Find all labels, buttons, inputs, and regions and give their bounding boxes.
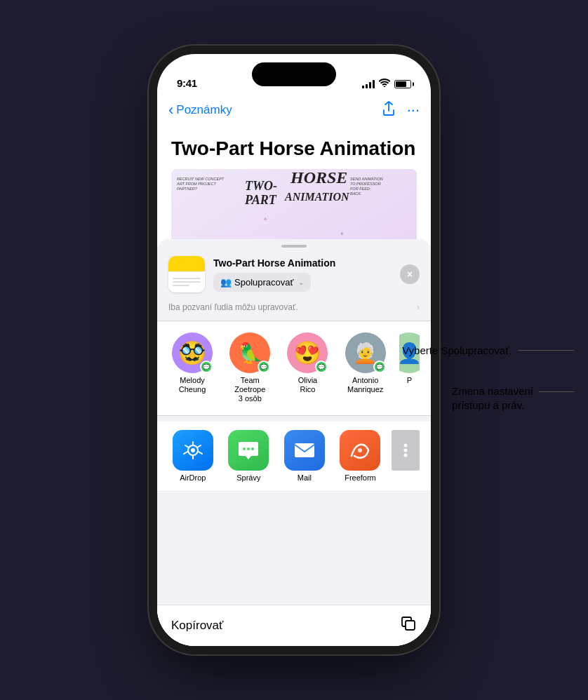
airdrop-label: AirDrop <box>180 473 206 482</box>
app-mail[interactable]: Mail <box>280 430 329 482</box>
freeform-icon <box>340 430 380 471</box>
phone-frame: 9:41 ‹ Poznámky <box>157 54 431 646</box>
melody-name: Melody Cheung <box>179 376 206 394</box>
close-icon: × <box>407 269 413 280</box>
svg-text:HORSE: HORSE <box>290 169 347 187</box>
nav-back[interactable]: ‹ Poznámky <box>168 101 232 119</box>
freeform-label: Freeform <box>345 473 376 482</box>
note-title: Two-Part Horse Animation <box>171 137 417 161</box>
svg-text:RECRUIT NEW CONCEPT: RECRUIT NEW CONCEPT <box>177 177 225 181</box>
svg-text:SEND ANIMATION: SEND ANIMATION <box>350 177 383 181</box>
team-name: Team Zoetrope 3 osôb <box>226 376 274 404</box>
svg-text:PART: PART <box>244 193 277 207</box>
antonio-name: Antonio Manriquez <box>347 376 383 394</box>
copy-label: Kopírovať <box>171 619 223 633</box>
app-airdrop[interactable]: AirDrop <box>168 430 218 482</box>
svg-text:✦: ✦ <box>262 215 268 223</box>
access-note[interactable]: Iba pozvaní ľudia môžu upravovať. › <box>157 299 431 321</box>
callout-1-line <box>518 350 574 351</box>
person-avatar-wrap: 🧑‍🦳 💬 <box>345 332 386 373</box>
copy-section[interactable]: Kopírovať <box>157 605 431 646</box>
svg-text:✦: ✦ <box>340 231 345 237</box>
nav-bar: ‹ Poznámky ··· <box>157 95 431 126</box>
p-name: P <box>407 376 412 385</box>
olivia-name: Olivia Rico <box>298 376 318 394</box>
person-avatar-wrap: 😍 💬 <box>287 332 328 373</box>
share-doc-title: Two-Part Horse Animation <box>213 257 392 269</box>
status-time: 9:41 <box>177 77 197 89</box>
svg-text:ART FROM PROJECT: ART FROM PROJECT <box>176 182 216 186</box>
svg-text:FOR FEED-: FOR FEED- <box>350 187 371 191</box>
app-more[interactable] <box>392 430 420 482</box>
svg-point-56 <box>251 447 254 450</box>
callout-2-text: Zmena nastavení prístupu a práv. <box>452 384 533 412</box>
svg-rect-57 <box>295 443 314 457</box>
messages-icon <box>228 430 269 471</box>
messages-badge: 💬 <box>200 361 213 373</box>
status-icons <box>362 79 411 89</box>
people-row: 🥸 💬 Melody Cheung 🦜 💬 Team Zoetrope 3 os… <box>168 332 420 404</box>
more-apps-icon <box>392 430 420 471</box>
messages-label: Správy <box>236 473 260 482</box>
share-title-area: Two-Part Horse Animation 👥 Spolupracovať… <box>213 257 392 292</box>
svg-text:BACK.: BACK. <box>350 191 362 196</box>
person-avatar-wrap: 🦜 💬 <box>229 332 270 373</box>
wifi-icon <box>379 79 390 89</box>
airdrop-icon <box>173 430 213 471</box>
people-icon: 👥 <box>220 277 232 288</box>
notes-app-icon <box>168 256 205 292</box>
share-header: Two-Part Horse Animation 👥 Spolupracovať… <box>157 248 431 299</box>
dynamic-island <box>252 62 336 86</box>
svg-text:TWO-: TWO- <box>245 179 277 193</box>
svg-rect-62 <box>406 621 415 630</box>
collaborate-dropdown[interactable]: 👥 Spolupracovať ⌄ <box>213 273 311 292</box>
nav-back-label[interactable]: Poznámky <box>176 103 232 117</box>
messages-badge-2: 💬 <box>258 361 270 373</box>
p-avatar: 👤 <box>399 332 420 373</box>
callout-2-line <box>539 391 574 392</box>
mail-icon <box>284 430 325 471</box>
svg-point-59 <box>404 443 408 447</box>
person-p[interactable]: 👤 P <box>399 332 420 404</box>
svg-point-53 <box>191 448 195 452</box>
person-avatar-wrap: 👤 <box>399 332 420 373</box>
svg-point-55 <box>247 447 250 450</box>
svg-text:ANIMATION: ANIMATION <box>284 191 350 203</box>
person-avatar-wrap: 🥸 💬 <box>172 332 213 373</box>
divider-2 <box>157 415 431 416</box>
people-section: 🥸 💬 Melody Cheung 🦜 💬 Team Zoetrope 3 os… <box>157 321 431 415</box>
access-text: Iba pozvaní ľudia môžu upravovať. <box>168 302 298 312</box>
close-button[interactable]: × <box>400 264 420 284</box>
more-icon[interactable]: ··· <box>407 101 420 120</box>
svg-point-54 <box>243 447 246 450</box>
chevron-left-icon: ‹ <box>168 101 173 119</box>
person-olivia[interactable]: 😍 💬 Olivia Rico <box>283 332 331 404</box>
mail-label: Mail <box>298 473 312 482</box>
messages-badge-4: 💬 <box>373 361 386 373</box>
battery-icon <box>394 80 411 88</box>
nav-actions: ··· <box>382 101 420 120</box>
apps-section: AirDrop Správy <box>157 422 431 490</box>
messages-badge-3: 💬 <box>315 361 328 373</box>
share-sheet: Two-Part Horse Animation 👥 Spolupracovať… <box>157 239 431 646</box>
person-team-zoetrope[interactable]: 🦜 💬 Team Zoetrope 3 osôb <box>226 332 274 404</box>
signal-icon <box>362 80 375 88</box>
app-messages[interactable]: Správy <box>225 430 274 482</box>
access-chevron: › <box>417 302 420 312</box>
share-icon[interactable] <box>382 101 396 120</box>
svg-point-60 <box>404 448 408 452</box>
svg-point-58 <box>358 448 362 452</box>
apps-row: AirDrop Správy <box>168 430 420 482</box>
callout-2: Zmena nastavení prístupu a práv. <box>452 384 574 412</box>
copy-icon <box>400 615 417 636</box>
svg-text:TO PROFESSOR: TO PROFESSOR <box>350 182 381 186</box>
svg-point-61 <box>404 453 408 457</box>
chevron-down-icon: ⌄ <box>298 278 304 286</box>
app-freeform[interactable]: Freeform <box>336 430 385 482</box>
collaborate-label: Spolupracovať <box>234 277 293 288</box>
person-antonio[interactable]: 🧑‍🦳 💬 Antonio Manriquez <box>342 332 389 404</box>
svg-text:PARTNER?: PARTNER? <box>177 187 198 191</box>
person-melody[interactable]: 🥸 💬 Melody Cheung <box>168 332 216 404</box>
